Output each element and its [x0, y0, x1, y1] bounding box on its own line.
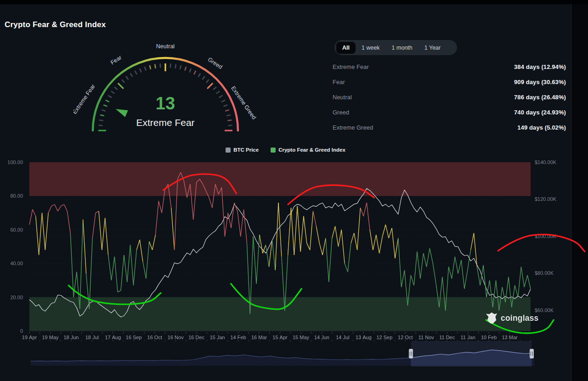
gauge-label-neutral: Neutral: [156, 43, 175, 50]
stat-value: 786 days (26.48%): [514, 94, 566, 101]
gauge-label-fear: Fear: [109, 54, 123, 66]
fear-greed-gauge: Extreme Fear Fear Neutral Greed Extreme …: [74, 40, 257, 139]
legend-label: Crypto Fear & Greed Index: [278, 147, 345, 153]
coinglass-logo-icon: [485, 312, 498, 324]
stat-label: Neutral: [333, 94, 352, 101]
legend-item-fear-greed[interactable]: Crypto Fear & Greed Index: [271, 147, 345, 153]
stat-row-extreme-fear: Extreme Fear 384 days (12.94%): [333, 59, 566, 74]
navigator-left-handle[interactable]: [409, 349, 413, 358]
gauge-pointer-icon: [116, 109, 128, 117]
watermark-text: coinglass: [501, 313, 539, 323]
stat-value: 149 days (5.02%): [517, 124, 566, 131]
range-tabs: All 1 week 1 month 1 Year: [334, 40, 457, 55]
navigator-right-handle[interactable]: [530, 349, 534, 358]
stat-label: Greed: [333, 109, 349, 116]
tab-1-week[interactable]: 1 week: [356, 42, 386, 54]
stat-row-greed: Greed 740 days (24.93%): [333, 105, 566, 120]
tab-all[interactable]: All: [336, 42, 356, 54]
navigator-canvas[interactable]: [0, 340, 588, 369]
stat-value: 740 days (24.93%): [514, 109, 566, 116]
stat-row-neutral: Neutral 786 days (26.48%): [333, 90, 566, 105]
stat-row-fear: Fear 909 days (30.63%): [333, 74, 566, 90]
tab-1-year[interactable]: 1 Year: [418, 42, 447, 54]
classification-stats: Extreme Fear 384 days (12.94%) Fear 909 …: [333, 59, 566, 135]
gauge-classification: Extreme Fear: [136, 117, 194, 128]
gauge-label-greed: Greed: [207, 56, 224, 70]
gauge-label-extreme-fear: Extreme Fear: [74, 83, 96, 115]
stat-label: Fear: [333, 79, 345, 85]
btc-price-swatch-icon: [226, 148, 231, 153]
gauge-value: 13: [156, 94, 175, 113]
top-bar: [0, 0, 588, 4]
chart-legend: BTC Price Crypto Fear & Greed Index: [0, 147, 571, 153]
stat-value: 909 days (30.63%): [514, 79, 566, 85]
legend-label: BTC Price: [233, 147, 259, 153]
stat-label: Extreme Greed: [333, 124, 373, 131]
stat-row-extreme-greed: Extreme Greed 149 days (5.02%): [333, 120, 566, 135]
gauge-label-extreme-greed: Extreme Greed: [230, 85, 257, 120]
tab-1-month[interactable]: 1 month: [386, 42, 418, 54]
page-title: Crypto Fear & Greed Index: [5, 20, 106, 29]
stat-value: 384 days (12.94%): [514, 63, 566, 70]
stat-label: Extreme Fear: [333, 63, 369, 70]
coinglass-watermark: coinglass: [485, 312, 539, 324]
fear-greed-swatch-icon: [271, 148, 276, 153]
legend-item-btc-price[interactable]: BTC Price: [226, 147, 259, 153]
